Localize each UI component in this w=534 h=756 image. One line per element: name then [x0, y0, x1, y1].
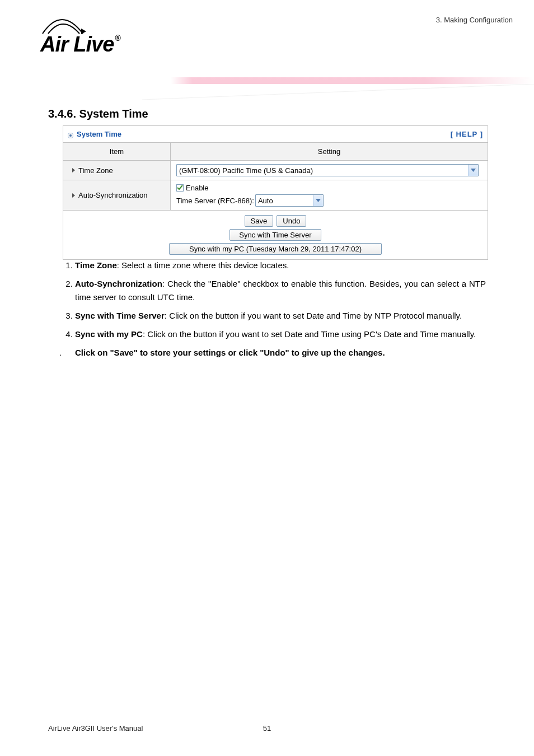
help-link[interactable]: [ HELP ]: [451, 130, 483, 138]
chevron-down-icon: [313, 195, 323, 206]
banner-stripe: [171, 77, 534, 84]
sync-time-server-button[interactable]: Sync with Time Server: [229, 229, 321, 241]
list-item: Sync with Time Server: Click on the butt…: [75, 309, 486, 322]
page-footer: AirLive Air3GII User's Manual 51: [48, 724, 486, 732]
svg-rect-2: [69, 134, 72, 137]
final-instruction: .Click on "Save" to store your settings …: [60, 346, 486, 359]
list-item: Time Zone: Select a time zone where this…: [75, 259, 486, 272]
enable-checkbox[interactable]: [176, 184, 184, 192]
breadcrumb: 3. Making Configuration: [436, 16, 513, 24]
chevron-down-icon: [468, 165, 478, 176]
time-zone-select[interactable]: (GMT-08:00) Pacific Time (US & Canada): [176, 164, 479, 176]
logo-text: Air Live®: [40, 32, 119, 57]
list-item: Auto-Synchronization: Check the "Enable"…: [75, 277, 486, 304]
panel-footer: Save Undo Sync with Time Server Sync wit…: [63, 211, 488, 259]
undo-button[interactable]: Undo: [277, 215, 306, 227]
svg-marker-3: [471, 169, 476, 172]
enable-label: Enable: [186, 184, 208, 192]
save-button[interactable]: Save: [245, 215, 274, 227]
time-zone-value: (GMT-08:00) Pacific Time (US & Canada): [179, 166, 468, 175]
header-item: Item: [63, 143, 171, 160]
time-server-select[interactable]: Auto: [255, 194, 324, 207]
panel-title: System Time: [77, 130, 451, 138]
triangle-icon: [72, 193, 75, 198]
row-time-zone: Time Zone (GMT-08:00) Pacific Time (US &…: [63, 161, 488, 180]
system-time-panel: System Time [ HELP ] Item Setting Time Z…: [63, 125, 488, 260]
header-row: Item Setting: [63, 143, 488, 161]
logo: Air Live®: [40, 16, 119, 57]
body-text: Time Zone: Select a time zone where this…: [60, 259, 486, 360]
list-item: Sync with my PC: Click on the button if …: [75, 328, 486, 340]
footer-page: 51: [48, 724, 486, 732]
header-setting: Setting: [171, 143, 488, 160]
sync-my-pc-button[interactable]: Sync with my PC (Tuesday March 29, 2011 …: [169, 243, 382, 255]
triangle-icon: [72, 168, 75, 172]
panel-bullet-icon: [68, 132, 73, 137]
banner-slash: [142, 84, 534, 100]
row-auto-sync: Auto-Synchronization Enable Time Server …: [63, 180, 488, 211]
panel-header: System Time [ HELP ]: [63, 126, 488, 143]
label-time-zone: Time Zone: [63, 161, 171, 180]
section-heading: 3.4.6. System Time: [48, 108, 148, 120]
time-server-label: Time Server (RFC-868):: [176, 197, 254, 205]
svg-marker-4: [316, 199, 321, 202]
time-server-value: Auto: [258, 197, 313, 205]
label-auto-sync: Auto-Synchronization: [63, 180, 171, 210]
